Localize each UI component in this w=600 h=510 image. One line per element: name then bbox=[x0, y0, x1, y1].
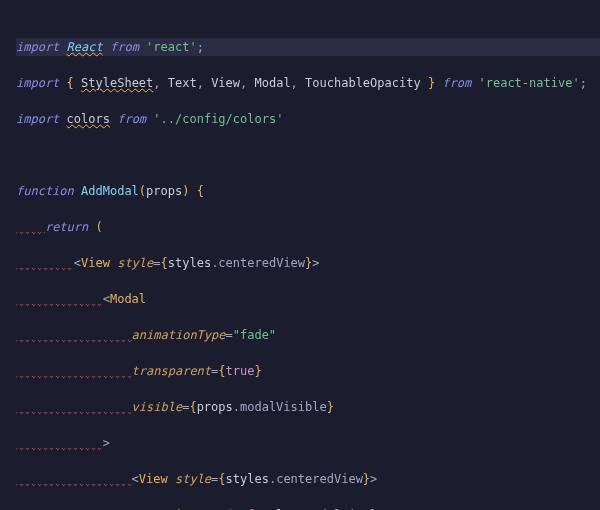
code-line[interactable]: > bbox=[16, 434, 600, 452]
code-line[interactable]: <View style={styles.centeredView}> bbox=[16, 470, 600, 488]
line-number bbox=[0, 164, 8, 182]
line-number bbox=[0, 308, 8, 326]
line-number bbox=[0, 56, 8, 74]
code-line[interactable] bbox=[16, 146, 600, 164]
code-line[interactable]: import colors from '../config/colors' bbox=[16, 110, 600, 128]
line-number bbox=[0, 470, 8, 488]
line-number bbox=[0, 272, 8, 290]
line-number bbox=[0, 20, 8, 38]
line-number bbox=[0, 110, 8, 128]
line-number bbox=[0, 362, 8, 380]
line-number bbox=[0, 218, 8, 236]
line-number bbox=[0, 38, 8, 56]
code-line[interactable]: transparent={true} bbox=[16, 362, 600, 380]
line-number bbox=[0, 488, 8, 506]
line-number-gutter bbox=[0, 0, 10, 510]
code-line[interactable]: <View style={styles.centeredView}> bbox=[16, 254, 600, 272]
line-number bbox=[0, 290, 8, 308]
code-line[interactable]: <Modal bbox=[16, 290, 600, 308]
code-line[interactable]: function AddModal(props) { bbox=[16, 182, 600, 200]
code-area[interactable]: import React from 'react'; import { Styl… bbox=[10, 0, 600, 510]
line-number bbox=[0, 200, 8, 218]
code-line[interactable]: <View style={styles.modalView}> bbox=[16, 506, 600, 510]
line-number bbox=[0, 236, 8, 254]
code-line[interactable]: return ( bbox=[16, 218, 600, 236]
line-number bbox=[0, 326, 8, 344]
line-number bbox=[0, 146, 8, 164]
line-number bbox=[0, 452, 8, 470]
line-number bbox=[0, 416, 8, 434]
code-line[interactable]: import { StyleSheet, Text, View, Modal, … bbox=[16, 74, 600, 92]
line-number bbox=[0, 380, 8, 398]
code-line[interactable]: animationType="fade" bbox=[16, 326, 600, 344]
code-editor[interactable]: import React from 'react'; import { Styl… bbox=[0, 0, 600, 510]
line-number bbox=[0, 434, 8, 452]
code-line[interactable]: import React from 'react'; bbox=[16, 38, 600, 56]
line-number bbox=[0, 92, 8, 110]
line-number bbox=[0, 398, 8, 416]
line-number bbox=[0, 2, 8, 20]
line-number bbox=[0, 128, 8, 146]
code-line[interactable]: visible={props.modalVisible} bbox=[16, 398, 600, 416]
line-number bbox=[0, 344, 8, 362]
line-number bbox=[0, 74, 8, 92]
line-number bbox=[0, 182, 8, 200]
line-number bbox=[0, 254, 8, 272]
